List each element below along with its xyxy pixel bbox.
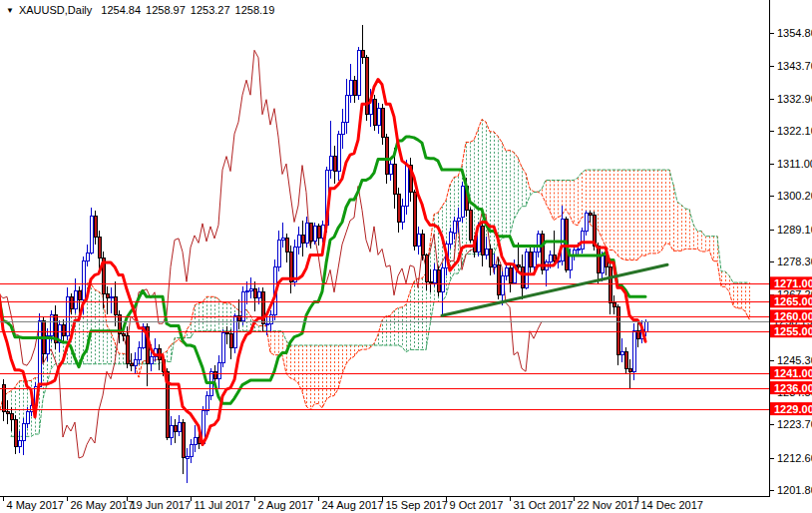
svg-text:1255.00: 1255.00 (774, 325, 812, 337)
svg-text:1212.60: 1212.60 (777, 452, 812, 464)
ohlc-close: 1258.19 (235, 4, 275, 16)
price-chart-canvas[interactable]: 1354.801343.701332.901322.101311.001300.… (0, 0, 812, 513)
svg-text:1332.90: 1332.90 (777, 93, 812, 105)
svg-text:1245.30: 1245.30 (777, 354, 812, 366)
svg-text:1289.10: 1289.10 (777, 224, 812, 236)
svg-text:9 Oct 2017: 9 Oct 2017 (450, 499, 504, 511)
ohlc-low: 1253.27 (191, 4, 230, 16)
chart-title-overlay: ▼XAUUSD,Daily1254.841258.971253.271258.1… (6, 4, 279, 16)
svg-text:22 Nov 2017: 22 Nov 2017 (578, 499, 639, 511)
svg-text:14 Dec 2017: 14 Dec 2017 (641, 499, 703, 511)
svg-text:4 May 2017: 4 May 2017 (7, 499, 64, 511)
svg-text:1229.00: 1229.00 (774, 403, 812, 415)
svg-text:11 Jul 2017: 11 Jul 2017 (195, 499, 250, 511)
time-scale: 4 May 201726 May 201719 Jun 201711 Jul 2… (0, 497, 812, 513)
svg-text:1278.30: 1278.30 (777, 256, 812, 267)
svg-text:1311.00: 1311.00 (777, 158, 812, 170)
svg-text:1236.00: 1236.00 (774, 382, 812, 394)
svg-text:26 May 2017: 26 May 2017 (71, 499, 135, 511)
symbol-marker-icon: ▼ (6, 6, 14, 15)
svg-text:1354.80: 1354.80 (777, 27, 812, 39)
svg-text:19 Jun 2017: 19 Jun 2017 (131, 499, 192, 511)
svg-text:1271.00: 1271.00 (774, 277, 812, 289)
price-scale: 1354.801343.701332.901322.101311.001300.… (770, 0, 812, 513)
svg-text:1343.70: 1343.70 (777, 60, 812, 72)
svg-text:1241.00: 1241.00 (774, 367, 812, 379)
svg-text:24 Aug 2017: 24 Aug 2017 (322, 499, 384, 511)
candles-layer (2, 25, 647, 484)
svg-text:1201.80: 1201.80 (777, 484, 812, 496)
svg-text:2 Aug 2017: 2 Aug 2017 (258, 499, 314, 511)
chart-window: ▼XAUUSD,Daily1254.841258.971253.271258.1… (0, 0, 812, 513)
symbol-timeframe-label: XAUUSD,Daily (19, 4, 92, 16)
ohlc-open: 1254.84 (101, 4, 141, 16)
senkou-span-a-line (0, 120, 749, 414)
svg-text:31 Oct 2017: 31 Oct 2017 (514, 499, 574, 511)
svg-text:1265.00: 1265.00 (774, 295, 812, 307)
svg-text:1322.10: 1322.10 (777, 125, 812, 137)
svg-text:1223.70: 1223.70 (777, 418, 812, 430)
ohlc-high: 1258.97 (146, 4, 186, 16)
svg-text:1300.20: 1300.20 (777, 190, 812, 202)
svg-text:1260.00: 1260.00 (774, 310, 812, 322)
svg-text:15 Sep 2017: 15 Sep 2017 (386, 499, 448, 511)
kijun-sen-line (0, 137, 645, 403)
trend-line-object[interactable] (442, 264, 667, 315)
